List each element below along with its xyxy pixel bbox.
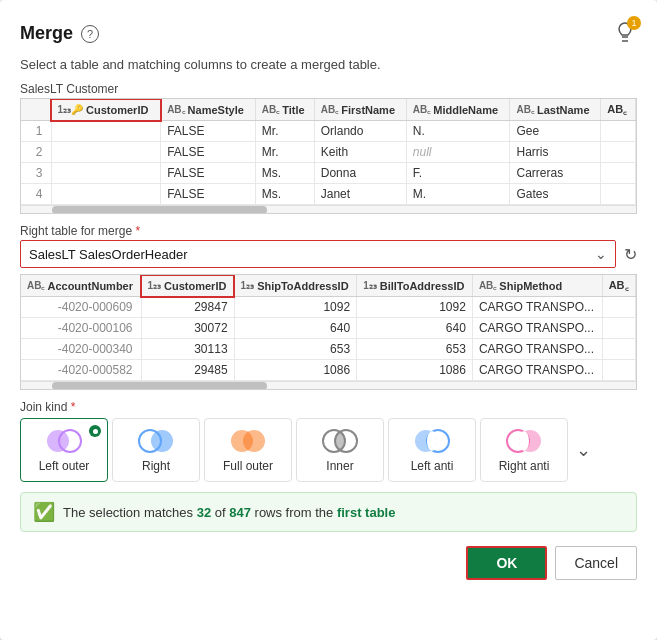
cell-customerid-4 [51, 184, 161, 205]
status-prefix: The selection matches [63, 505, 197, 520]
cell-namestyle-2: FALSE [161, 142, 256, 163]
left-outer-label: Left outer [39, 459, 90, 473]
join-option-left-outer[interactable]: Left outer [20, 418, 108, 482]
right-anti-icon [504, 427, 544, 455]
table-row: 3 FALSE Ms. Donna F. Carreras [21, 163, 636, 184]
dropdown-selected: SalesLT SalesOrderHeader [29, 247, 188, 262]
join-required-star: * [71, 400, 76, 414]
cell-firstname-3: Donna [314, 163, 406, 184]
join-options-container: Left outer Right Full outer [20, 418, 637, 482]
svg-point-14 [519, 431, 529, 451]
cell-lastname-3: Carreras [510, 163, 601, 184]
firstname-type-icon: AB꜀ [321, 104, 338, 116]
cell-namestyle-4: FALSE [161, 184, 256, 205]
right-table-dropdown[interactable]: SalesLT SalesOrderHeader ⌄ [20, 240, 616, 268]
col-header-more-top: AB꜀ [601, 99, 636, 121]
right-anti-label: Right anti [499, 459, 550, 473]
cell-namestyle-3: FALSE [161, 163, 256, 184]
merge-dialog: Merge ? 1 Select a table and matching co… [0, 0, 657, 640]
join-option-left-anti[interactable]: Left anti [388, 418, 476, 482]
col-header-lastname[interactable]: AB꜀ LastName [510, 99, 601, 121]
cell-extra-b4 [602, 360, 635, 381]
cell-custid-b2: 30072 [141, 318, 234, 339]
col-header-firstname[interactable]: AB꜀ FirstName [314, 99, 406, 121]
cell-extra-3 [601, 163, 636, 184]
row-num: 1 [21, 121, 51, 142]
cell-extra-b3 [602, 339, 635, 360]
svg-point-5 [243, 430, 265, 452]
cell-extra-1 [601, 121, 636, 142]
footer: OK Cancel [20, 546, 637, 580]
cell-extra-b1 [602, 297, 635, 318]
bottom-table: AB꜀ AccountNumber 1₂₃ CustomerID [21, 275, 636, 381]
cell-bill-b1: 1092 [357, 297, 473, 318]
status-bar: ✅ The selection matches 32 of 847 rows f… [20, 492, 637, 532]
bottom-table-hscrollbar-thumb[interactable] [52, 382, 267, 390]
dialog-title: Merge [20, 23, 73, 44]
col-header-namestyle[interactable]: AB꜀ NameStyle [161, 99, 256, 121]
title-row: Merge ? [20, 23, 99, 44]
cell-bill-b2: 640 [357, 318, 473, 339]
cell-extra-2 [601, 142, 636, 163]
row-num: 3 [21, 163, 51, 184]
join-more-button[interactable]: ⌄ [572, 435, 595, 465]
table-row: -4020-000106 30072 640 640 CARGO TRANSPO… [21, 318, 636, 339]
svg-point-3 [151, 430, 173, 452]
customerid-col-label: CustomerID [86, 104, 148, 116]
cell-bill-b4: 1086 [357, 360, 473, 381]
join-option-right[interactable]: Right [112, 418, 200, 482]
col-header-middlename[interactable]: AB꜀ MiddleName [406, 99, 510, 121]
col-header-shipmethod[interactable]: AB꜀ ShipMethod [472, 275, 602, 297]
right-icon [136, 427, 176, 455]
cell-custid-b3: 30113 [141, 339, 234, 360]
table-row: -4020-000582 29485 1086 1086 CARGO TRANS… [21, 360, 636, 381]
namestyle-col-label: NameStyle [188, 104, 244, 116]
top-table-hscrollbar-thumb[interactable] [52, 206, 267, 214]
svg-point-8 [335, 431, 345, 451]
shiptoaddressid-type-icon: 1₂₃ [241, 280, 255, 291]
table-row: -4020-000609 29847 1092 1092 CARGO TRANS… [21, 297, 636, 318]
col-header-shiptoaddressid[interactable]: 1₂₃ ShipToAddressID [234, 275, 357, 297]
cell-account-4: -4020-000582 [21, 360, 141, 381]
col-header-title[interactable]: AB꜀ Title [255, 99, 314, 121]
cell-customerid-1 [51, 121, 161, 142]
cell-method-b1: CARGO TRANSPO... [472, 297, 602, 318]
right-table-controls: SalesLT SalesOrderHeader ⌄ ↻ [20, 240, 637, 268]
cell-account-2: -4020-000106 [21, 318, 141, 339]
col-header-billtoaddressid[interactable]: 1₂₃ BillToAddressID [357, 275, 473, 297]
cell-ship-b2: 640 [234, 318, 357, 339]
cell-method-b4: CARGO TRANSPO... [472, 360, 602, 381]
billtoaddressid-type-icon: 1₂₃ [363, 280, 377, 291]
help-icon[interactable]: ? [81, 25, 99, 43]
ok-button[interactable]: OK [466, 546, 547, 580]
cell-lastname-1: Gee [510, 121, 601, 142]
top-table-scroll[interactable]: 1₂₃🔑 CustomerID AB꜀ NameStyle [21, 99, 636, 205]
row-num: 2 [21, 142, 51, 163]
join-option-full-outer[interactable]: Full outer [204, 418, 292, 482]
full-outer-icon [228, 427, 268, 455]
top-table-container: 1₂₃🔑 CustomerID AB꜀ NameStyle [20, 98, 637, 214]
refresh-icon[interactable]: ↻ [624, 245, 637, 264]
cell-ship-b1: 1092 [234, 297, 357, 318]
cell-firstname-2: Keith [314, 142, 406, 163]
col-header-customerid-bottom[interactable]: 1₂₃ CustomerID [141, 275, 234, 297]
status-middle: of [211, 505, 229, 520]
right-table-section: Right table for merge * SalesLT SalesOrd… [20, 224, 637, 390]
cell-account-1: -4020-000609 [21, 297, 141, 318]
join-option-right-anti[interactable]: Right anti [480, 418, 568, 482]
col-header-more-bottom: AB꜀ [602, 275, 635, 297]
join-option-inner[interactable]: Inner [296, 418, 384, 482]
cancel-button[interactable]: Cancel [555, 546, 637, 580]
col-header-customerid-top[interactable]: 1₂₃🔑 CustomerID [51, 99, 161, 121]
top-table-hscrollbar[interactable] [21, 205, 636, 213]
table-row: 1 FALSE Mr. Orlando N. Gee [21, 121, 636, 142]
notification-icon[interactable]: 1 [613, 20, 637, 47]
bottom-table-hscrollbar[interactable] [21, 381, 636, 389]
dropdown-arrow-icon: ⌄ [595, 246, 607, 262]
bottom-table-scroll[interactable]: AB꜀ AccountNumber 1₂₃ CustomerID [21, 275, 636, 381]
left-anti-label: Left anti [411, 459, 454, 473]
right-table-label: Right table for merge * [20, 224, 637, 238]
col-header-accountnumber[interactable]: AB꜀ AccountNumber [21, 275, 141, 297]
title-col-label: Title [282, 104, 304, 116]
top-table-section: SalesLT Customer 1₂₃🔑 CustomerID [20, 82, 637, 214]
